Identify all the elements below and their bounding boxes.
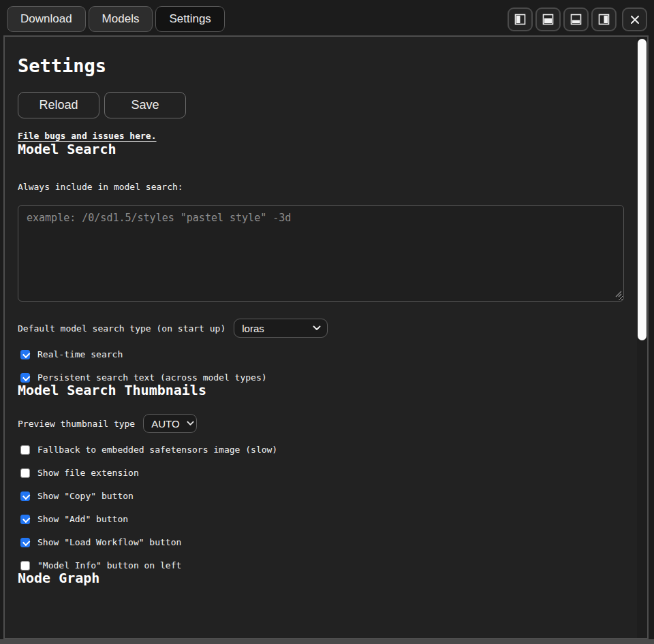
window-controls <box>508 0 654 31</box>
persistent-search-row[interactable]: Persistent search text (across model typ… <box>18 372 623 383</box>
fallback-safetensors-checkbox[interactable] <box>20 445 30 455</box>
model-info-left-row[interactable]: "Model Info" button on left <box>18 560 623 570</box>
always-include-label: Always include in model search: <box>18 182 623 192</box>
preview-thumbnail-label: Preview thumbnail type <box>18 419 135 429</box>
layout-panel-bottom-icon <box>570 14 582 25</box>
realtime-search-checkbox[interactable] <box>20 350 30 359</box>
toolbar: Reload Save <box>18 92 623 118</box>
default-search-type-label: Default model search type (on start up) <box>18 323 225 334</box>
chevron-down-icon <box>187 421 194 426</box>
window-bottom-edge <box>0 639 654 644</box>
checkbox-label: Persistent search text (across model typ… <box>37 372 267 383</box>
close-icon <box>629 14 640 25</box>
preview-thumbnail-value: AUTO <box>151 418 179 430</box>
dock-top-button[interactable] <box>535 7 561 31</box>
settings-panel: Settings Reload Save File bugs and issue… <box>3 35 649 639</box>
checkbox-label: Fallback to embedded safetensors image (… <box>37 445 277 455</box>
default-search-type-row: Default model search type (on start up) … <box>18 319 623 338</box>
tab-models[interactable]: Models <box>89 6 153 32</box>
layout-panel-right-icon <box>598 14 610 25</box>
section-thumbnails: Model Search Thumbnails <box>18 383 623 398</box>
section-node-graph: Node Graph <box>18 570 623 585</box>
fallback-safetensors-row[interactable]: Fallback to embedded safetensors image (… <box>18 445 623 455</box>
persistent-search-checkbox[interactable] <box>20 373 30 383</box>
dock-right-button[interactable] <box>591 7 617 31</box>
preview-thumbnail-row: Preview thumbnail type AUTO <box>18 414 623 433</box>
checkbox-label: Show "Add" button <box>37 514 128 524</box>
show-load-workflow-checkbox[interactable] <box>20 538 30 547</box>
file-bugs-link[interactable]: File bugs and issues here. <box>18 131 157 141</box>
chevron-down-icon <box>313 325 321 331</box>
show-file-extension-row[interactable]: Show file extension <box>18 468 623 478</box>
realtime-search-row[interactable]: Real-time search <box>18 349 623 359</box>
tab-download[interactable]: Download <box>7 6 86 32</box>
close-button[interactable] <box>622 7 647 31</box>
show-load-workflow-row[interactable]: Show "Load Workflow" button <box>18 537 623 547</box>
section-model-search: Model Search <box>18 142 623 157</box>
default-search-type-value: loras <box>242 323 264 334</box>
checkbox-label: Show "Load Workflow" button <box>37 537 181 547</box>
vertical-scrollbar-thumb[interactable] <box>638 39 647 340</box>
show-file-extension-checkbox[interactable] <box>20 468 30 478</box>
default-search-type-select[interactable]: loras <box>234 319 328 338</box>
tab-settings[interactable]: Settings <box>155 6 224 32</box>
tab-bar: Download Models Settings <box>0 0 654 35</box>
checkbox-label: Show "Copy" button <box>37 491 134 501</box>
tab-strip: Download Models Settings <box>0 0 225 32</box>
show-add-button-row[interactable]: Show "Add" button <box>18 514 623 524</box>
checkbox-label: Show file extension <box>37 468 139 478</box>
page-title: Settings <box>18 56 623 76</box>
vertical-scrollbar[interactable] <box>637 37 647 638</box>
checkbox-label: Real-time search <box>37 349 123 359</box>
reload-button[interactable]: Reload <box>18 92 99 118</box>
show-copy-button-row[interactable]: Show "Copy" button <box>18 491 623 501</box>
app-window: Download Models Settings <box>0 0 654 644</box>
dock-bottom-button[interactable] <box>563 7 589 31</box>
preview-thumbnail-select[interactable]: AUTO <box>143 414 197 433</box>
show-copy-button-checkbox[interactable] <box>20 492 30 501</box>
always-include-textarea[interactable] <box>18 205 624 302</box>
layout-panel-top-icon <box>542 14 554 25</box>
settings-content: Settings Reload Save File bugs and issue… <box>5 37 647 638</box>
show-add-button-checkbox[interactable] <box>20 515 30 524</box>
layout-panel-left-icon <box>514 14 526 25</box>
dock-left-button[interactable] <box>508 7 533 31</box>
always-include-field-wrap <box>18 205 624 304</box>
checkbox-label: "Model Info" button on left <box>37 560 181 570</box>
model-info-left-checkbox[interactable] <box>20 561 30 570</box>
save-button[interactable]: Save <box>104 92 186 118</box>
